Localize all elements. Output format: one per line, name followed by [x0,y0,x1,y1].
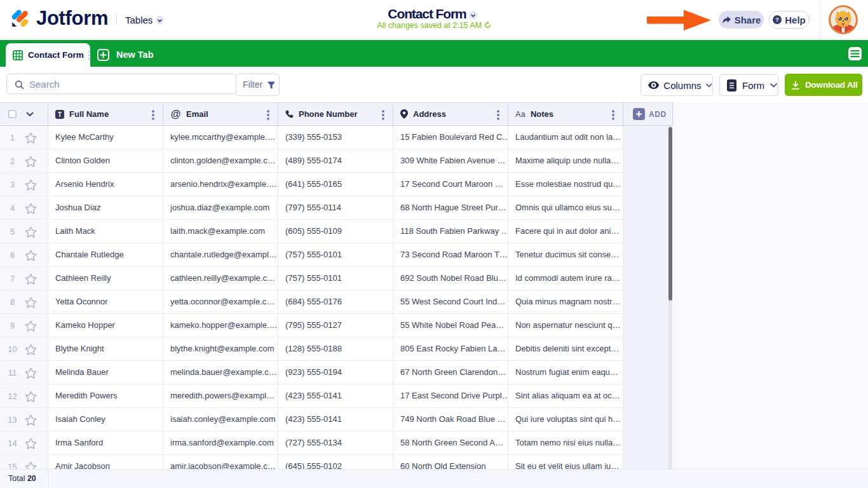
svg-text:@: @ [171,109,181,119]
svg-text:?: ? [775,16,779,23]
svg-text:T: T [58,111,62,118]
